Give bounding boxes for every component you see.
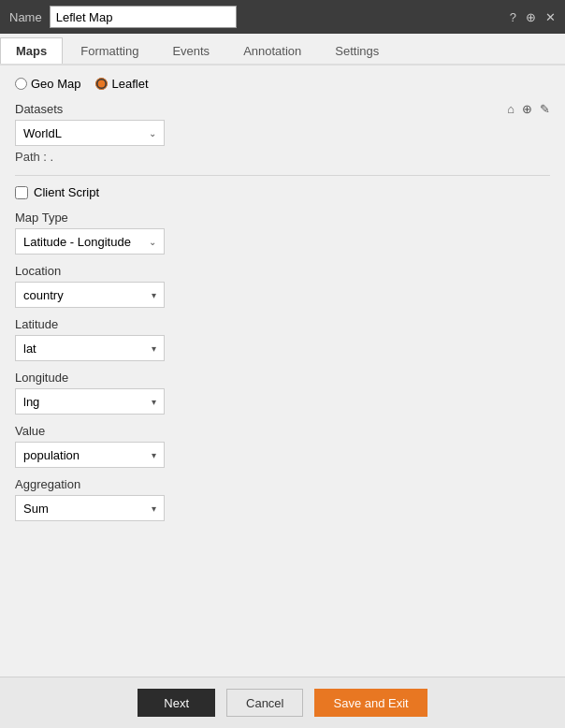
location-arrow-icon: ▾ [152,290,156,300]
tabs-bar: Maps Formatting Events Annotation Settin… [0,34,565,66]
radio-leaflet[interactable]: Leaflet [95,77,148,91]
client-script-label: Client Script [34,185,99,199]
latitude-arrow-icon: ▾ [152,343,156,354]
content-area: Geo Map Leaflet Datasets ⌂ ⊕ ✎ WorldL ⌄ … [0,66,565,677]
tab-settings[interactable]: Settings [319,37,395,64]
location-label: Location [15,264,550,278]
datasets-chevron-icon: ⌄ [149,128,156,138]
location-group: Location country ▾ [15,264,550,308]
datasets-dropdown[interactable]: WorldL ⌄ [15,120,165,146]
longitude-label: Longitude [15,371,550,385]
map-type-radio-group: Geo Map Leaflet [15,77,550,91]
aggregation-label: Aggregation [15,477,550,491]
edit-dataset-icon[interactable]: ✎ [540,102,550,116]
latitude-group: Latitude lat ▾ [15,317,550,361]
path-row: Path : . [15,150,550,164]
header: Name ? ⊕ ✕ [0,0,565,34]
divider-1 [15,175,550,176]
client-script-checkbox[interactable] [15,186,28,199]
location-dropdown[interactable]: country ▾ [15,282,165,308]
longitude-dropdown[interactable]: lng ▾ [15,388,165,415]
value-group: Value population ▾ [15,424,550,468]
tab-formatting[interactable]: Formatting [65,37,154,64]
longitude-group: Longitude lng ▾ [15,371,550,415]
datasets-icons: ⌂ ⊕ ✎ [507,102,550,116]
name-label: Name [9,10,42,24]
header-icons: ? ⊕ ✕ [510,10,556,24]
footer: Next Cancel Save and Exit [0,677,565,728]
next-button[interactable]: Next [138,689,215,717]
add-dataset-icon[interactable]: ⊕ [522,102,532,116]
aggregation-arrow-icon: ▾ [152,503,156,514]
map-type-arrow-icon: ⌄ [149,237,156,247]
map-type-group: Map Type Latitude - Longitude ⌄ [15,211,550,255]
map-type-label: Map Type [15,211,550,225]
tab-events[interactable]: Events [156,37,225,64]
value-arrow-icon: ▾ [152,450,156,460]
tab-maps[interactable]: Maps [0,37,63,64]
save-exit-button[interactable]: Save and Exit [314,689,427,717]
value-dropdown[interactable]: population ▾ [15,442,165,468]
title-input[interactable] [50,6,237,28]
longitude-arrow-icon: ▾ [152,397,156,407]
latitude-label: Latitude [15,317,550,331]
move-icon[interactable]: ⊕ [526,10,536,24]
close-icon[interactable]: ✕ [545,10,556,24]
cancel-button[interactable]: Cancel [226,689,303,717]
aggregation-group: Aggregation Sum ▾ [15,477,550,521]
radio-geo-map[interactable]: Geo Map [15,77,80,91]
tab-annotation[interactable]: Annotation [227,37,317,64]
help-icon[interactable]: ? [510,10,516,24]
datasets-label: Datasets [15,102,507,116]
datasets-header: Datasets ⌂ ⊕ ✎ [15,102,550,116]
latitude-dropdown[interactable]: lat ▾ [15,335,165,361]
aggregation-dropdown[interactable]: Sum ▾ [15,495,165,521]
value-label: Value [15,424,550,438]
home-icon[interactable]: ⌂ [507,102,514,116]
client-script-row: Client Script [15,185,550,199]
map-type-dropdown[interactable]: Latitude - Longitude ⌄ [15,228,165,255]
